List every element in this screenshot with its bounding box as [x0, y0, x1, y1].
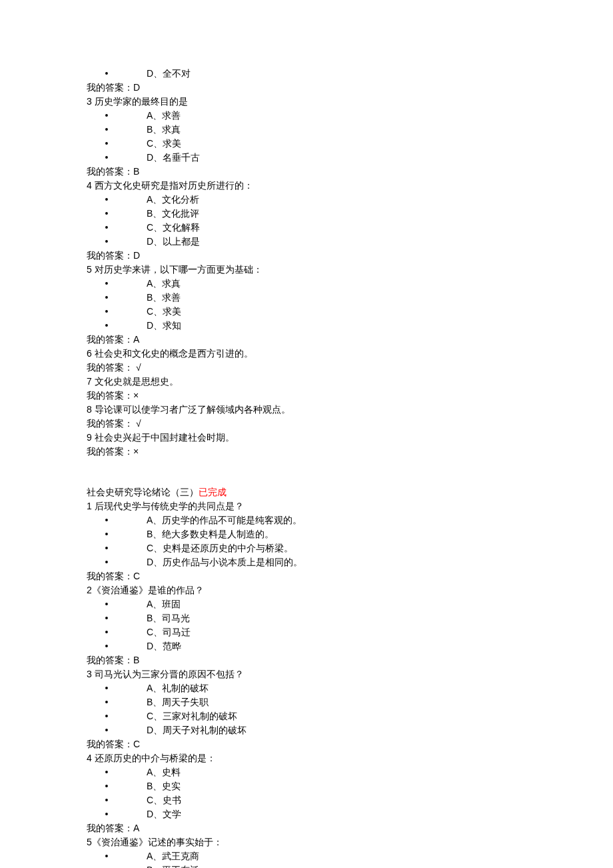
option-row: •D、全不对: [87, 67, 593, 81]
option-text: B、史实: [127, 779, 181, 793]
statement-text: 4 西方文化史研究是指对历史所进行的：: [87, 179, 593, 193]
option-row: •C、史书: [87, 793, 593, 807]
option-row: •C、文化解释: [87, 221, 593, 235]
option-row: •B、司马光: [87, 611, 593, 625]
section-title: 社会史研究导论绪论（三）已完成: [87, 485, 593, 499]
statement-text: 我的答案：D: [87, 249, 593, 263]
statement-text: 5 对历史学来讲，以下哪一方面更为基础：: [87, 263, 593, 277]
option-text: D、范晔: [127, 639, 181, 653]
option-text: D、历史作品与小说本质上是相同的。: [127, 555, 303, 569]
option-row: •A、礼制的破坏: [87, 681, 593, 695]
option-text: B、周天子失职: [127, 695, 209, 709]
bullet-icon: •: [87, 291, 127, 305]
bullet-icon: •: [87, 305, 127, 319]
option-text: D、求知: [127, 319, 181, 333]
option-text: B、平王东迁: [127, 863, 199, 868]
bullet-icon: •: [87, 513, 127, 527]
option-text: B、求善: [127, 291, 181, 305]
bullet-icon: •: [87, 207, 127, 221]
bullet-icon: •: [87, 221, 127, 235]
bullet-icon: •: [87, 109, 127, 123]
option-row: •C、求美: [87, 137, 593, 151]
option-row: •B、求真: [87, 123, 593, 137]
option-text: A、历史学的作品不可能是纯客观的。: [127, 513, 302, 527]
statement-text: 我的答案：A: [87, 333, 593, 347]
option-text: B、文化批评: [127, 207, 199, 221]
option-row: •B、史实: [87, 779, 593, 793]
statement-text: 我的答案：×: [87, 445, 593, 459]
bullet-icon: •: [87, 681, 127, 695]
option-row: •B、求善: [87, 291, 593, 305]
bullet-icon: •: [87, 555, 127, 569]
bullet-icon: •: [87, 639, 127, 653]
bullet-icon: •: [87, 151, 127, 165]
option-text: B、司马光: [127, 611, 190, 625]
option-text: D、以上都是: [127, 235, 200, 249]
option-row: •C、求美: [87, 305, 593, 319]
option-text: C、三家对礼制的破坏: [127, 709, 237, 723]
option-row: •D、求知: [87, 319, 593, 333]
bullet-icon: •: [87, 625, 127, 639]
option-text: D、周天子对礼制的破坏: [127, 723, 247, 737]
option-row: •A、班固: [87, 597, 593, 611]
option-text: B、绝大多数史料是人制造的。: [127, 527, 274, 541]
option-text: C、司马迁: [127, 625, 191, 639]
bullet-icon: •: [87, 723, 127, 737]
bullet-icon: •: [87, 123, 127, 137]
bullet-icon: •: [87, 277, 127, 291]
option-row: •C、史料是还原历史的中介与桥梁。: [87, 541, 593, 555]
bullet-icon: •: [87, 235, 127, 249]
option-row: •D、周天子对礼制的破坏: [87, 723, 593, 737]
option-row: •B、平王东迁: [87, 863, 593, 868]
bullet-icon: •: [87, 779, 127, 793]
option-row: •C、司马迁: [87, 625, 593, 639]
statement-text: 我的答案： √: [87, 361, 593, 375]
bullet-icon: •: [87, 527, 127, 541]
statement-text: 我的答案：×: [87, 389, 593, 403]
statement-text: 2《资治通鉴》是谁的作品？: [87, 583, 593, 597]
option-text: D、文学: [127, 807, 181, 821]
statement-text: 我的答案： √: [87, 417, 593, 431]
statement-text: 我的答案：A: [87, 821, 593, 835]
option-row: •A、文化分析: [87, 193, 593, 207]
option-row: •B、周天子失职: [87, 695, 593, 709]
option-text: C、文化解释: [127, 221, 200, 235]
bullet-icon: •: [87, 765, 127, 779]
bullet-icon: •: [87, 319, 127, 333]
statement-text: 6 社会史和文化史的概念是西方引进的。: [87, 347, 593, 361]
option-row: •D、以上都是: [87, 235, 593, 249]
bullet-icon: •: [87, 597, 127, 611]
option-row: •D、范晔: [87, 639, 593, 653]
statement-text: 7 文化史就是思想史。: [87, 375, 593, 389]
option-text: C、求美: [127, 137, 181, 151]
statement-text: 8 导论课可以使学习者广泛了解领域内各种观点。: [87, 403, 593, 417]
statement-text: 5《资治通鉴》记述的事实始于：: [87, 835, 593, 849]
option-text: A、文化分析: [127, 193, 199, 207]
option-row: •A、求善: [87, 109, 593, 123]
bullet-icon: •: [87, 695, 127, 709]
option-text: C、求美: [127, 305, 181, 319]
statement-text: 1 后现代史学与传统史学的共同点是？: [87, 499, 593, 513]
bullet-icon: •: [87, 193, 127, 207]
option-row: •B、绝大多数史料是人制造的。: [87, 527, 593, 541]
option-row: •C、三家对礼制的破坏: [87, 709, 593, 723]
statement-text: 我的答案：B: [87, 165, 593, 179]
statement-text: 我的答案：C: [87, 569, 593, 583]
section-status: 已完成: [199, 487, 227, 497]
bullet-icon: •: [87, 67, 127, 81]
option-row: •D、名垂千古: [87, 151, 593, 165]
bullet-icon: •: [87, 137, 127, 151]
option-row: •B、文化批评: [87, 207, 593, 221]
statement-text: 我的答案：D: [87, 81, 593, 95]
option-text: C、史书: [127, 793, 181, 807]
bullet-icon: •: [87, 541, 127, 555]
option-row: •A、史料: [87, 765, 593, 779]
option-row: •D、历史作品与小说本质上是相同的。: [87, 555, 593, 569]
statement-text: 3 历史学家的最终目的是: [87, 95, 593, 109]
option-row: •D、文学: [87, 807, 593, 821]
section-title-text: 社会史研究导论绪论（三）: [87, 487, 199, 497]
option-text: D、名垂千古: [127, 151, 200, 165]
document-content: •D、全不对我的答案：D3 历史学家的最终目的是•A、求善•B、求真•C、求美•…: [0, 0, 593, 868]
option-row: •A、武王克商: [87, 849, 593, 863]
bullet-icon: •: [87, 709, 127, 723]
